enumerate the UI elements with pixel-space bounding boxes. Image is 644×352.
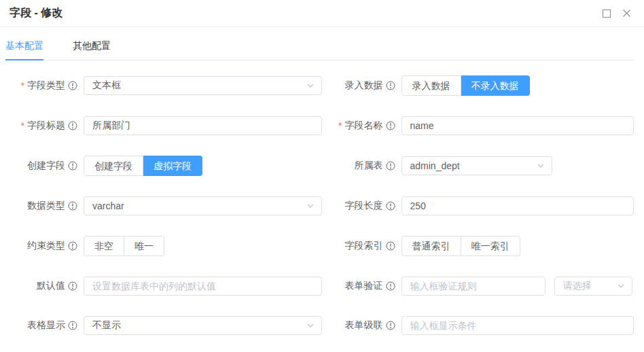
info-icon[interactable] [386, 121, 395, 130]
form-item-constraint-type: 约束类型 非空 唯一 [10, 236, 322, 256]
label-text: 字段长度 [345, 200, 383, 212]
info-icon[interactable] [386, 201, 395, 211]
form-item-form-cascade: 表单级联 [322, 316, 634, 335]
default-value-label: 默认值 [10, 280, 77, 292]
label-text: 字段类型 [27, 80, 65, 92]
default-value-input[interactable] [84, 277, 322, 296]
form-item-create-field: 创建字段 创建字段 虚拟字段 [10, 156, 322, 176]
constraint-type-button-group: 非空 唯一 [84, 236, 164, 256]
label-text: 字段标题 [27, 120, 65, 132]
info-icon[interactable] [68, 81, 77, 90]
radio-create-field[interactable]: 创建字段 [84, 156, 143, 176]
button-unique[interactable]: 唯一 [124, 236, 164, 256]
field-title-input[interactable] [84, 116, 322, 135]
form-validation-label: 表单验证 [322, 280, 395, 292]
required-asterisk: * [21, 80, 24, 91]
form-item-form-validation: 表单验证 请选择 [322, 277, 634, 296]
tab-other-config[interactable]: 其他配置 [73, 34, 111, 60]
chevron-down-icon [306, 82, 315, 90]
label-text: 字段索引 [345, 240, 383, 252]
form-item-field-length: 字段长度 [322, 196, 634, 215]
dialog-title: 字段 - 修改 [10, 6, 602, 20]
form-item-field-index: 字段索引 普通索引 唯一索引 [322, 236, 634, 256]
label-text: 约束类型 [27, 240, 65, 252]
info-icon[interactable] [68, 241, 77, 251]
entry-data-label: 录入数据 [322, 80, 395, 92]
constraint-type-label: 约束类型 [10, 240, 77, 252]
label-text: 表单级联 [345, 319, 383, 332]
form-validation-input[interactable] [401, 277, 545, 296]
form-item-parent-table: 所属表 admin_dept [322, 156, 634, 176]
window-buttons [602, 8, 632, 18]
select-value: 文本框 [92, 80, 121, 92]
label-text: 默认值 [37, 280, 65, 292]
info-icon[interactable] [386, 321, 395, 330]
chevron-down-icon [306, 202, 315, 210]
radio-entry-data-yes[interactable]: 录入数据 [401, 75, 461, 96]
info-icon[interactable] [386, 161, 395, 171]
data-type-label: 数据类型 [10, 200, 77, 212]
field-index-label: 字段索引 [322, 240, 395, 252]
field-length-label: 字段长度 [322, 200, 395, 212]
button-not-null[interactable]: 非空 [84, 236, 124, 256]
field-length-input[interactable] [401, 196, 634, 215]
form-item-field-title: * 字段标题 [10, 116, 322, 135]
form-item-data-type: 数据类型 varchar [10, 196, 322, 215]
button-unique-index[interactable]: 唯一索引 [461, 236, 520, 256]
data-type-select[interactable]: varchar [84, 196, 322, 215]
radio-entry-data-no[interactable]: 不录入数据 [461, 75, 530, 96]
tab-bar: 基本配置 其他配置 [5, 27, 634, 60]
info-icon[interactable] [386, 241, 395, 251]
field-title-label: * 字段标题 [10, 120, 77, 132]
form-item-entry-data: 录入数据 录入数据 不录入数据 [322, 75, 634, 96]
maximize-icon[interactable] [602, 9, 611, 18]
field-type-label: * 字段类型 [10, 80, 77, 92]
create-field-radio-group: 创建字段 虚拟字段 [84, 156, 202, 176]
form-cascade-label: 表单级联 [322, 319, 395, 332]
label-text: 所属表 [355, 160, 383, 172]
tab-basic-config[interactable]: 基本配置 [5, 34, 43, 60]
parent-table-label: 所属表 [322, 160, 395, 172]
select-value: varchar [92, 200, 124, 211]
info-icon[interactable] [386, 81, 395, 90]
chevron-down-icon [617, 282, 625, 290]
dialog-header: 字段 - 修改 [0, 0, 644, 27]
required-asterisk: * [21, 120, 24, 131]
select-value: admin_dept [410, 160, 460, 171]
form-cascade-input[interactable] [401, 316, 634, 335]
info-icon[interactable] [68, 201, 77, 211]
info-icon[interactable] [386, 281, 395, 291]
label-text: 创建字段 [27, 160, 65, 172]
chevron-down-icon [537, 162, 545, 170]
info-icon[interactable] [68, 161, 77, 171]
close-icon[interactable] [622, 8, 632, 18]
radio-virtual-field[interactable]: 虚拟字段 [143, 156, 202, 176]
form-item-field-name: * 字段名称 [322, 116, 634, 135]
label-text: 录入数据 [345, 80, 383, 92]
parent-table-select[interactable]: admin_dept [401, 156, 552, 175]
chevron-down-icon [306, 321, 315, 330]
info-icon[interactable] [68, 121, 77, 130]
label-text: 表单验证 [345, 280, 383, 292]
create-field-label: 创建字段 [10, 160, 77, 172]
info-icon[interactable] [68, 321, 77, 330]
field-index-button-group: 普通索引 唯一索引 [401, 236, 520, 256]
form-item-default-value: 默认值 [10, 277, 322, 296]
form-validation-select[interactable]: 请选择 [554, 277, 632, 296]
select-value: 不显示 [92, 319, 121, 332]
required-asterisk: * [338, 120, 342, 131]
label-text: 数据类型 [27, 200, 65, 212]
label-text: 表格显示 [27, 319, 65, 332]
field-config-form: * 字段类型 文本框 录入数据 录入数据 不录入数据 * [0, 60, 644, 335]
field-type-select[interactable]: 文本框 [84, 76, 322, 95]
entry-data-radio-group: 录入数据 不录入数据 [401, 75, 530, 96]
button-normal-index[interactable]: 普通索引 [401, 236, 461, 256]
form-item-table-display: 表格显示 不显示 [10, 316, 322, 335]
label-text: 字段名称 [345, 120, 383, 132]
field-name-input[interactable] [401, 116, 634, 135]
field-name-label: * 字段名称 [322, 120, 395, 132]
form-item-field-type: * 字段类型 文本框 [10, 75, 322, 96]
table-display-select[interactable]: 不显示 [84, 316, 322, 335]
table-display-label: 表格显示 [10, 319, 77, 332]
info-icon[interactable] [68, 281, 77, 291]
